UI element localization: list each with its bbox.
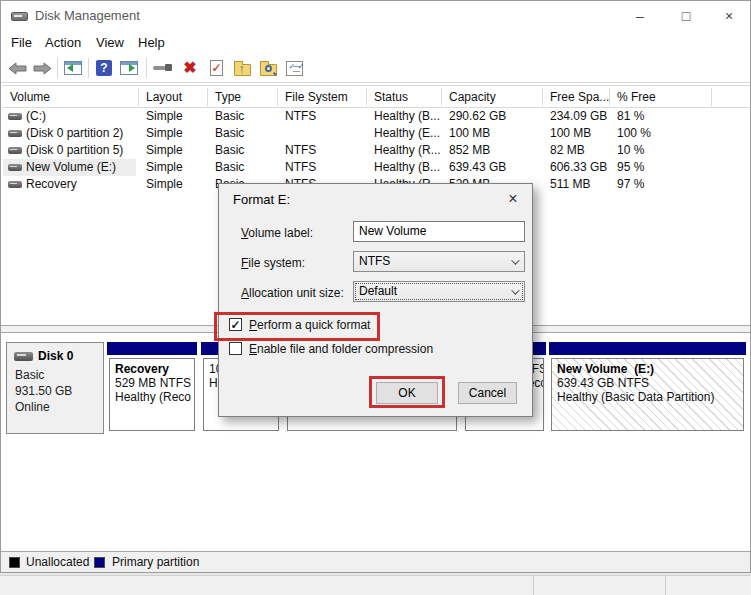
- cell-capacity: 639.43 GB: [449, 159, 506, 176]
- minimize-button[interactable]: –: [623, 1, 657, 31]
- disk-type: Basic: [15, 368, 44, 382]
- menu-action[interactable]: Action: [41, 33, 85, 53]
- chevron-down-icon: [511, 256, 519, 264]
- column-header-free-space[interactable]: Free Spa...: [550, 86, 609, 108]
- file-system-value: NTFS: [359, 254, 390, 268]
- disk-status: Online: [15, 400, 50, 414]
- statusbar-separator: [533, 576, 534, 595]
- column-header-capacity[interactable]: Capacity: [449, 86, 496, 108]
- volume-icon: [8, 130, 22, 137]
- cell-type: Basic: [215, 142, 244, 159]
- volume-row-partition5[interactable]: (Disk 0 partition 5) Simple Basic NTFS H…: [2, 142, 750, 159]
- volume-icon: [8, 147, 22, 154]
- cell-pct: 97 %: [617, 176, 644, 193]
- cell-layout: Simple: [146, 125, 183, 142]
- cell-pct: 100 %: [617, 125, 651, 142]
- column-header-status[interactable]: Status: [374, 86, 408, 108]
- cell-layout: Simple: [146, 142, 183, 159]
- cell-free: 100 MB: [550, 125, 591, 142]
- volume-row-partition2[interactable]: (Disk 0 partition 2) Simple Basic Health…: [2, 125, 750, 142]
- partition-size: 529 MB NTFS: [115, 376, 189, 390]
- cell-layout: Simple: [146, 159, 183, 176]
- toolbar-separator: [57, 58, 58, 78]
- partition-status: Healthy (Reco: [115, 390, 189, 404]
- background-statusbar: [0, 575, 751, 595]
- legend-swatch-primary-partition: [94, 557, 105, 568]
- file-system-select[interactable]: NTFS: [353, 251, 525, 272]
- cancel-button[interactable]: Cancel: [458, 382, 517, 404]
- forward-icon[interactable]: [30, 56, 54, 80]
- partition-recovery[interactable]: Recovery 529 MB NTFS Healthy (Reco: [107, 342, 197, 434]
- partition-name: New Volume (E:): [557, 362, 738, 376]
- column-header-layout[interactable]: Layout: [146, 86, 182, 108]
- action-pane-icon[interactable]: [117, 56, 141, 80]
- cell-free: 606.33 GB: [550, 159, 607, 176]
- cell-layout: Simple: [146, 176, 183, 193]
- cell-fs: NTFS: [285, 159, 316, 176]
- partition-size: 639.43 GB NTFS: [557, 376, 738, 390]
- allocation-unit-label: Allocation unit size:: [241, 286, 344, 300]
- probe-tool-icon[interactable]: [151, 56, 175, 80]
- menu-help[interactable]: Help: [134, 33, 169, 53]
- close-button[interactable]: ×: [712, 1, 746, 31]
- compression-checkbox[interactable]: [229, 342, 242, 355]
- cell-free: 234.09 GB: [550, 108, 607, 125]
- column-header-pct-free[interactable]: % Free: [617, 86, 656, 108]
- cell-type: Basic: [215, 108, 244, 125]
- volume-list-header: Volume Layout Type File System Status Ca…: [2, 86, 750, 108]
- folder-search-icon[interactable]: [256, 56, 280, 80]
- console-tree-icon[interactable]: [61, 56, 85, 80]
- volume-row-c[interactable]: (C:) Simple Basic NTFS Healthy (B... 290…: [2, 108, 750, 125]
- cell-type: Basic: [215, 159, 244, 176]
- cell-free: 511 MB: [550, 176, 590, 193]
- delete-volume-icon[interactable]: ✖: [178, 56, 202, 80]
- toolbar-separator: [146, 58, 147, 78]
- menu-file[interactable]: File: [7, 33, 36, 53]
- menubar: File Action View Help: [1, 31, 750, 53]
- volume-label-input[interactable]: New Volume: [353, 221, 525, 242]
- partition-name: Recovery: [115, 362, 189, 376]
- column-header-volume[interactable]: Volume: [10, 86, 50, 108]
- cell-capacity: 100 MB: [449, 125, 490, 142]
- cell-volume: (Disk 0 partition 5): [26, 142, 123, 159]
- legend-label-unallocated: Unallocated: [26, 555, 89, 569]
- menu-view[interactable]: View: [92, 33, 128, 53]
- cell-fs: NTFS: [285, 142, 316, 159]
- cell-status: Healthy (B...: [374, 108, 440, 125]
- titlebar: Disk Management – □ ×: [1, 1, 750, 31]
- disk0-panel[interactable]: Disk 0 Basic 931.50 GB Online: [6, 342, 104, 434]
- compression-label: Enable file and folder compression: [249, 342, 433, 356]
- cell-volume: New Volume (E:): [26, 159, 116, 176]
- task-document-icon[interactable]: ✓: [204, 56, 228, 80]
- dialog-close-icon[interactable]: ×: [502, 188, 524, 210]
- column-header-file-system[interactable]: File System: [285, 86, 348, 108]
- partition-new-volume-e[interactable]: New Volume (E:) 639.43 GB NTFS Healthy (…: [549, 342, 746, 434]
- app-icon: [11, 9, 28, 23]
- maximize-button[interactable]: □: [669, 1, 703, 31]
- back-icon[interactable]: [5, 56, 29, 80]
- folder-up-icon[interactable]: ↑: [230, 56, 254, 80]
- toolbar: ? ✖ ✓ ↑ ✓ ✓: [1, 53, 750, 83]
- toolbar-separator: [88, 58, 89, 78]
- annotation-ok-button: [369, 376, 445, 408]
- volume-icon: [8, 181, 22, 188]
- forward-arrow-glyph: [33, 62, 52, 75]
- allocation-unit-select[interactable]: Default: [353, 281, 525, 302]
- cell-capacity: 290.62 GB: [449, 108, 506, 125]
- volume-row-new-volume-e[interactable]: New Volume (E:) Simple Basic NTFS Health…: [2, 159, 750, 176]
- disk-size: 931.50 GB: [15, 384, 72, 398]
- statusbar-separator: [665, 576, 666, 595]
- cell-volume: (C:): [26, 108, 46, 125]
- partition-color-bar: [107, 342, 197, 355]
- cell-free: 82 MB: [550, 142, 585, 159]
- properties-list-icon[interactable]: ✓ ✓: [282, 56, 306, 80]
- allocation-unit-value: Default: [359, 284, 397, 298]
- column-header-type[interactable]: Type: [215, 86, 241, 108]
- partition-color-bar: [549, 342, 746, 355]
- cell-type: Basic: [215, 125, 244, 142]
- help-icon[interactable]: ?: [92, 56, 116, 80]
- cell-fs: NTFS: [285, 108, 316, 125]
- file-system-label: File system:: [241, 256, 305, 270]
- legend-label-primary-partition: Primary partition: [112, 555, 199, 569]
- annotation-quick-format: [214, 312, 380, 341]
